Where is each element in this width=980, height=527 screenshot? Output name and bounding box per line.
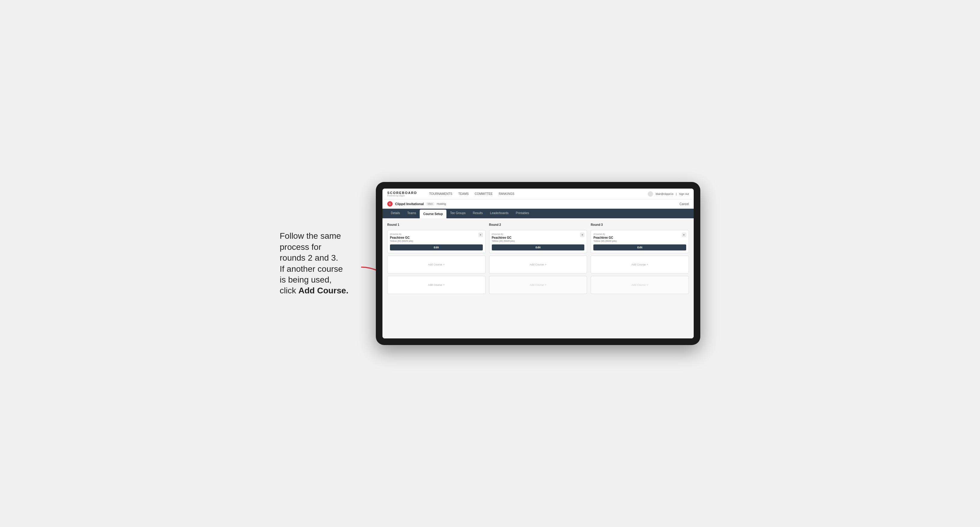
round-3-column: Round 3 (Course A) Peachtree GC Yellow (… [591, 223, 689, 294]
tab-bar: Details Teams Course Setup Tee Groups Re… [382, 209, 694, 218]
round-3-course-card: (Course A) Peachtree GC Yellow (M) (6629… [591, 230, 689, 253]
add-course-r1-1-label: Add Course [428, 263, 442, 266]
sub-header: C Clippd Invitational Men Hosting Cancel [382, 199, 694, 209]
nav-items: TOURNAMENTS TEAMS COMMITTEE RANKINGS [429, 191, 641, 197]
add-course-r3-2: Add Course + [591, 276, 689, 294]
instruction-bold: Add Course. [298, 286, 348, 295]
card-header-r2: (Course A) Peachtree GC Yellow (M) (6629… [492, 233, 585, 244]
hosting-badge: Hosting [437, 202, 446, 205]
add-course-r1-2[interactable]: Add Course + [387, 276, 485, 294]
tab-results[interactable]: Results [469, 209, 487, 218]
add-course-r1-1[interactable]: Add Course + [387, 256, 485, 273]
remove-course-r3[interactable]: ✕ [682, 233, 686, 237]
remove-icon-r1: ✕ [479, 233, 482, 237]
card-info-r1: (Course A) Peachtree GC Yellow (M) (6629… [390, 233, 479, 244]
round-1-course-card: (Course A) Peachtree GC Yellow (M) (6629… [387, 230, 485, 253]
round-2-course-card: (Course A) Peachtree GC Yellow (M) (6629… [489, 230, 587, 253]
user-avatar [648, 191, 653, 197]
add-course-r1-2-plus: + [443, 284, 445, 286]
nav-rankings[interactable]: RANKINGS [499, 191, 514, 197]
instruction-line4: If another course [280, 264, 343, 273]
add-course-r2-2-label: Add Course [530, 284, 544, 286]
instruction-line1: Follow the same [280, 231, 341, 241]
course-name-r1: Peachtree GC [390, 236, 479, 239]
tab-tee-groups[interactable]: Tee Groups [446, 209, 469, 218]
logo-sub: Powered by clippd [387, 195, 417, 197]
remove-course-r2[interactable]: ✕ [580, 233, 584, 237]
rounds-grid: Round 1 (Course A) Peachtree GC Yellow (… [387, 223, 689, 294]
tablet-frame: SCOREBOARD Powered by clippd TOURNAMENTS… [376, 182, 700, 345]
course-label-r2: (Course A) [492, 233, 581, 235]
course-name-r2: Peachtree GC [492, 236, 581, 239]
add-course-r3-1-plus: + [646, 263, 648, 266]
tournament-type: Men [426, 202, 434, 206]
round-1-title: Round 1 [387, 223, 485, 226]
edit-course-r2[interactable]: Edit [492, 244, 585, 251]
course-label-r3: (Course A) [593, 233, 682, 235]
clippd-logo-icon: C [387, 201, 393, 206]
add-course-r1-1-plus: + [443, 263, 445, 266]
tab-printables[interactable]: Printables [512, 209, 533, 218]
edit-course-r3[interactable]: Edit [593, 244, 686, 251]
add-course-r3-2-label: Add Course [632, 284, 646, 286]
add-course-r2-2: Add Course + [489, 276, 587, 294]
separator: | [676, 192, 676, 195]
nav-teams[interactable]: TEAMS [458, 191, 469, 197]
round-1-column: Round 1 (Course A) Peachtree GC Yellow (… [387, 223, 485, 294]
round-2-column: Round 2 (Course A) Peachtree GC Yellow (… [489, 223, 587, 294]
tab-leaderboards[interactable]: Leaderboards [487, 209, 512, 218]
nav-right: blair@clippd.io | Sign out [648, 191, 689, 197]
card-header-r1: (Course A) Peachtree GC Yellow (M) (6629… [390, 233, 483, 244]
remove-icon-r2: ✕ [581, 233, 584, 237]
add-course-r2-2-plus: + [545, 284, 546, 286]
instruction-section: Follow the same process for rounds 2 and… [280, 231, 364, 296]
logo-scoreboard: SCOREBOARD [387, 191, 417, 195]
cancel-button[interactable]: Cancel [679, 202, 689, 206]
tab-details[interactable]: Details [387, 209, 404, 218]
course-label-r1: (Course A) [390, 233, 479, 235]
tournament-name: Clippd Invitational [395, 202, 423, 206]
card-header-r3: (Course A) Peachtree GC Yellow (M) (6629… [593, 233, 686, 244]
instruction-text: Follow the same process for rounds 2 and… [280, 231, 364, 296]
add-course-r2-1-plus: + [545, 263, 546, 266]
add-course-r2-1-label: Add Course [530, 263, 544, 266]
tablet-screen: SCOREBOARD Powered by clippd TOURNAMENTS… [382, 189, 694, 338]
add-course-r3-2-plus: + [646, 284, 648, 286]
instruction-line3: rounds 2 and 3. [280, 253, 338, 262]
course-name-r3: Peachtree GC [593, 236, 682, 239]
edit-course-r1[interactable]: Edit [390, 244, 483, 251]
card-info-r3: (Course A) Peachtree GC Yellow (M) (6629… [593, 233, 682, 244]
tab-teams[interactable]: Teams [404, 209, 420, 218]
tab-course-setup[interactable]: Course Setup [420, 210, 446, 218]
nav-committee[interactable]: COMMITTEE [475, 191, 493, 197]
add-course-r2-1[interactable]: Add Course + [489, 256, 587, 273]
card-info-r2: (Course A) Peachtree GC Yellow (M) (6629… [492, 233, 581, 244]
page-wrapper: Follow the same process for rounds 2 and… [280, 182, 700, 345]
instruction-line5: is being used, [280, 275, 332, 284]
remove-icon-r3: ✕ [683, 233, 685, 237]
top-nav: SCOREBOARD Powered by clippd TOURNAMENTS… [382, 189, 694, 199]
course-detail-r1: Yellow (M) (6629 yds) [390, 240, 479, 242]
instruction-line6: click [280, 286, 298, 295]
nav-tournaments[interactable]: TOURNAMENTS [429, 191, 452, 197]
remove-course-r1[interactable]: ✕ [479, 233, 483, 237]
user-email: blair@clippd.io [655, 192, 673, 195]
add-course-r1-2-label: Add Course [428, 284, 442, 286]
logo-area: SCOREBOARD Powered by clippd [387, 191, 417, 197]
instruction-line2: process for [280, 242, 321, 252]
sign-out-link[interactable]: Sign out [679, 192, 689, 195]
tournament-info: C Clippd Invitational Men Hosting [387, 201, 446, 206]
add-course-r3-1-label: Add Course [632, 263, 646, 266]
round-3-title: Round 3 [591, 223, 689, 226]
course-detail-r2: Yellow (M) (6629 yds) [492, 240, 581, 242]
course-detail-r3: Yellow (M) (6629 yds) [593, 240, 682, 242]
add-course-r3-1[interactable]: Add Course + [591, 256, 689, 273]
content-area: Round 1 (Course A) Peachtree GC Yellow (… [382, 218, 694, 338]
round-2-title: Round 2 [489, 223, 587, 226]
